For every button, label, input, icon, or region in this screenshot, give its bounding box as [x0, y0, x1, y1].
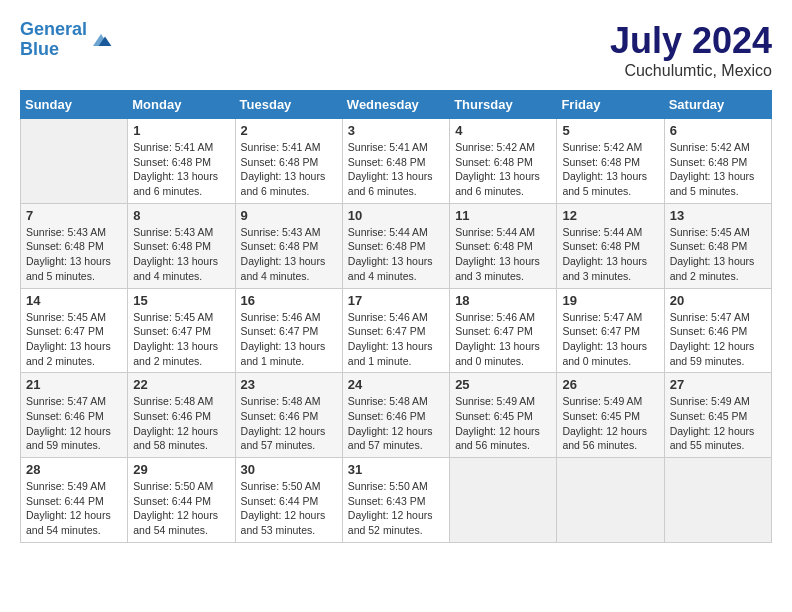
- day-number: 23: [241, 377, 337, 392]
- day-number: 1: [133, 123, 229, 138]
- day-info: Sunrise: 5:44 AMSunset: 6:48 PMDaylight:…: [562, 225, 658, 284]
- day-info: Sunrise: 5:46 AMSunset: 6:47 PMDaylight:…: [455, 310, 551, 369]
- calendar-day-cell: 28Sunrise: 5:49 AMSunset: 6:44 PMDayligh…: [21, 458, 128, 543]
- location: Cuchulumtic, Mexico: [610, 62, 772, 80]
- day-number: 21: [26, 377, 122, 392]
- day-info: Sunrise: 5:50 AMSunset: 6:44 PMDaylight:…: [133, 479, 229, 538]
- day-number: 28: [26, 462, 122, 477]
- day-number: 7: [26, 208, 122, 223]
- calendar-day-cell: [664, 458, 771, 543]
- calendar-week-row: 14Sunrise: 5:45 AMSunset: 6:47 PMDayligh…: [21, 288, 772, 373]
- day-number: 4: [455, 123, 551, 138]
- weekday-header: Sunday: [21, 91, 128, 119]
- calendar-day-cell: 10Sunrise: 5:44 AMSunset: 6:48 PMDayligh…: [342, 203, 449, 288]
- day-info: Sunrise: 5:50 AMSunset: 6:43 PMDaylight:…: [348, 479, 444, 538]
- day-number: 2: [241, 123, 337, 138]
- day-info: Sunrise: 5:50 AMSunset: 6:44 PMDaylight:…: [241, 479, 337, 538]
- day-number: 8: [133, 208, 229, 223]
- calendar-week-row: 28Sunrise: 5:49 AMSunset: 6:44 PMDayligh…: [21, 458, 772, 543]
- calendar-week-row: 21Sunrise: 5:47 AMSunset: 6:46 PMDayligh…: [21, 373, 772, 458]
- day-info: Sunrise: 5:45 AMSunset: 6:48 PMDaylight:…: [670, 225, 766, 284]
- day-info: Sunrise: 5:46 AMSunset: 6:47 PMDaylight:…: [348, 310, 444, 369]
- day-info: Sunrise: 5:42 AMSunset: 6:48 PMDaylight:…: [562, 140, 658, 199]
- calendar-day-cell: 24Sunrise: 5:48 AMSunset: 6:46 PMDayligh…: [342, 373, 449, 458]
- day-number: 16: [241, 293, 337, 308]
- day-info: Sunrise: 5:46 AMSunset: 6:47 PMDaylight:…: [241, 310, 337, 369]
- day-info: Sunrise: 5:49 AMSunset: 6:45 PMDaylight:…: [562, 394, 658, 453]
- weekday-header: Thursday: [450, 91, 557, 119]
- day-number: 24: [348, 377, 444, 392]
- calendar-day-cell: 12Sunrise: 5:44 AMSunset: 6:48 PMDayligh…: [557, 203, 664, 288]
- calendar-day-cell: 1Sunrise: 5:41 AMSunset: 6:48 PMDaylight…: [128, 119, 235, 204]
- day-info: Sunrise: 5:49 AMSunset: 6:45 PMDaylight:…: [455, 394, 551, 453]
- day-info: Sunrise: 5:48 AMSunset: 6:46 PMDaylight:…: [241, 394, 337, 453]
- calendar-day-cell: 13Sunrise: 5:45 AMSunset: 6:48 PMDayligh…: [664, 203, 771, 288]
- day-info: Sunrise: 5:41 AMSunset: 6:48 PMDaylight:…: [133, 140, 229, 199]
- calendar-day-cell: 7Sunrise: 5:43 AMSunset: 6:48 PMDaylight…: [21, 203, 128, 288]
- calendar-day-cell: 3Sunrise: 5:41 AMSunset: 6:48 PMDaylight…: [342, 119, 449, 204]
- day-info: Sunrise: 5:48 AMSunset: 6:46 PMDaylight:…: [348, 394, 444, 453]
- page-header: General Blue July 2024 Cuchulumtic, Mexi…: [20, 20, 772, 80]
- day-number: 14: [26, 293, 122, 308]
- calendar-day-cell: 5Sunrise: 5:42 AMSunset: 6:48 PMDaylight…: [557, 119, 664, 204]
- logo: General Blue: [20, 20, 113, 60]
- day-info: Sunrise: 5:49 AMSunset: 6:44 PMDaylight:…: [26, 479, 122, 538]
- day-info: Sunrise: 5:42 AMSunset: 6:48 PMDaylight:…: [670, 140, 766, 199]
- day-number: 30: [241, 462, 337, 477]
- calendar-day-cell: 23Sunrise: 5:48 AMSunset: 6:46 PMDayligh…: [235, 373, 342, 458]
- day-info: Sunrise: 5:48 AMSunset: 6:46 PMDaylight:…: [133, 394, 229, 453]
- calendar-day-cell: 15Sunrise: 5:45 AMSunset: 6:47 PMDayligh…: [128, 288, 235, 373]
- weekday-header: Wednesday: [342, 91, 449, 119]
- calendar-day-cell: [450, 458, 557, 543]
- day-number: 31: [348, 462, 444, 477]
- day-number: 22: [133, 377, 229, 392]
- day-number: 20: [670, 293, 766, 308]
- day-info: Sunrise: 5:45 AMSunset: 6:47 PMDaylight:…: [26, 310, 122, 369]
- calendar-day-cell: 6Sunrise: 5:42 AMSunset: 6:48 PMDaylight…: [664, 119, 771, 204]
- calendar-table: SundayMondayTuesdayWednesdayThursdayFrid…: [20, 90, 772, 543]
- calendar-day-cell: 19Sunrise: 5:47 AMSunset: 6:47 PMDayligh…: [557, 288, 664, 373]
- weekday-header: Saturday: [664, 91, 771, 119]
- calendar-week-row: 1Sunrise: 5:41 AMSunset: 6:48 PMDaylight…: [21, 119, 772, 204]
- calendar-day-cell: 14Sunrise: 5:45 AMSunset: 6:47 PMDayligh…: [21, 288, 128, 373]
- logo-icon: [89, 28, 113, 52]
- day-info: Sunrise: 5:47 AMSunset: 6:47 PMDaylight:…: [562, 310, 658, 369]
- weekday-header: Tuesday: [235, 91, 342, 119]
- calendar-day-cell: 22Sunrise: 5:48 AMSunset: 6:46 PMDayligh…: [128, 373, 235, 458]
- calendar-day-cell: [21, 119, 128, 204]
- calendar-day-cell: 9Sunrise: 5:43 AMSunset: 6:48 PMDaylight…: [235, 203, 342, 288]
- day-number: 3: [348, 123, 444, 138]
- calendar-day-cell: 31Sunrise: 5:50 AMSunset: 6:43 PMDayligh…: [342, 458, 449, 543]
- weekday-header: Friday: [557, 91, 664, 119]
- calendar-day-cell: 27Sunrise: 5:49 AMSunset: 6:45 PMDayligh…: [664, 373, 771, 458]
- day-info: Sunrise: 5:45 AMSunset: 6:47 PMDaylight:…: [133, 310, 229, 369]
- day-number: 18: [455, 293, 551, 308]
- calendar-day-cell: 30Sunrise: 5:50 AMSunset: 6:44 PMDayligh…: [235, 458, 342, 543]
- calendar-day-cell: 26Sunrise: 5:49 AMSunset: 6:45 PMDayligh…: [557, 373, 664, 458]
- day-info: Sunrise: 5:41 AMSunset: 6:48 PMDaylight:…: [348, 140, 444, 199]
- day-number: 25: [455, 377, 551, 392]
- calendar-day-cell: 16Sunrise: 5:46 AMSunset: 6:47 PMDayligh…: [235, 288, 342, 373]
- month-title: July 2024: [610, 20, 772, 62]
- calendar-day-cell: 4Sunrise: 5:42 AMSunset: 6:48 PMDaylight…: [450, 119, 557, 204]
- calendar-header-row: SundayMondayTuesdayWednesdayThursdayFrid…: [21, 91, 772, 119]
- day-number: 5: [562, 123, 658, 138]
- day-info: Sunrise: 5:42 AMSunset: 6:48 PMDaylight:…: [455, 140, 551, 199]
- day-number: 6: [670, 123, 766, 138]
- calendar-day-cell: 25Sunrise: 5:49 AMSunset: 6:45 PMDayligh…: [450, 373, 557, 458]
- calendar-day-cell: 17Sunrise: 5:46 AMSunset: 6:47 PMDayligh…: [342, 288, 449, 373]
- day-info: Sunrise: 5:43 AMSunset: 6:48 PMDaylight:…: [241, 225, 337, 284]
- day-number: 12: [562, 208, 658, 223]
- day-info: Sunrise: 5:44 AMSunset: 6:48 PMDaylight:…: [455, 225, 551, 284]
- calendar-day-cell: 20Sunrise: 5:47 AMSunset: 6:46 PMDayligh…: [664, 288, 771, 373]
- day-info: Sunrise: 5:49 AMSunset: 6:45 PMDaylight:…: [670, 394, 766, 453]
- day-number: 26: [562, 377, 658, 392]
- day-number: 9: [241, 208, 337, 223]
- weekday-header: Monday: [128, 91, 235, 119]
- calendar-day-cell: 11Sunrise: 5:44 AMSunset: 6:48 PMDayligh…: [450, 203, 557, 288]
- day-info: Sunrise: 5:43 AMSunset: 6:48 PMDaylight:…: [26, 225, 122, 284]
- calendar-week-row: 7Sunrise: 5:43 AMSunset: 6:48 PMDaylight…: [21, 203, 772, 288]
- day-info: Sunrise: 5:44 AMSunset: 6:48 PMDaylight:…: [348, 225, 444, 284]
- calendar-day-cell: 29Sunrise: 5:50 AMSunset: 6:44 PMDayligh…: [128, 458, 235, 543]
- day-number: 17: [348, 293, 444, 308]
